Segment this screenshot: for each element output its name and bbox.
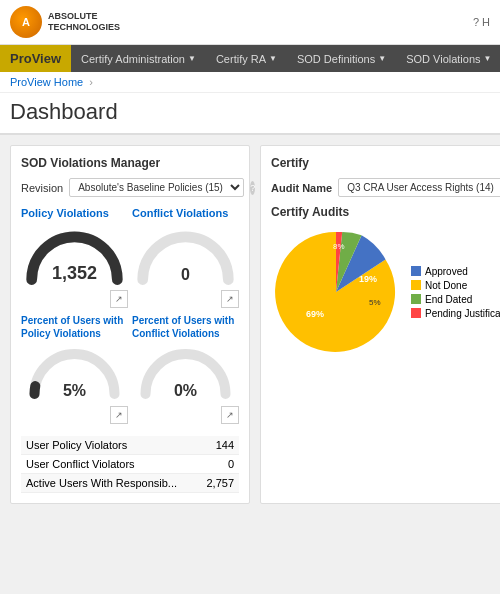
pct-policy-export-button[interactable]: ↗: [110, 406, 128, 424]
approved-color: [411, 266, 421, 276]
table-cell-value: 0: [198, 455, 239, 474]
audit-name-select[interactable]: Q3 CRA User Access Rights (14): [338, 178, 500, 197]
percent-conflict-gauge: 0%: [132, 344, 239, 404]
chevron-down-icon: ▼: [484, 54, 492, 63]
chevron-down-icon: ▼: [269, 54, 277, 63]
percent-policy-label: Percent of Users with Policy Violations: [21, 314, 128, 340]
not-done-color: [411, 280, 421, 290]
breadcrumb: ProView Home ›: [0, 72, 500, 93]
nav-sod-violations[interactable]: SOD Violations ▼: [396, 47, 500, 71]
sod-revision-row: Revision Absolute's Baseline Policies (1…: [21, 178, 239, 197]
conflict-violations-label: Conflict Violations: [132, 207, 239, 219]
certify-export-row: ↗: [271, 365, 500, 383]
chevron-down-icon: ▼: [378, 54, 386, 63]
logo-area: A ABSOLUTE TECHNOLOGIES: [10, 6, 120, 38]
logo-text: ABSOLUTE TECHNOLOGIES: [48, 11, 120, 33]
conflict-count-value: 0: [181, 266, 190, 284]
pie-legend: Approved Not Done End Dated Pending Just…: [411, 266, 500, 319]
nav-certify-admin[interactable]: Certify Administration ▼: [71, 47, 206, 71]
certify-card-title: Certify: [271, 156, 500, 170]
info-icon[interactable]: ?: [250, 181, 255, 195]
policy-export-button[interactable]: ↗: [110, 290, 128, 308]
pie-chart-area: 19% 69% 5% 8% Approved Not Done: [271, 227, 500, 357]
breadcrumb-home[interactable]: ProView Home: [10, 76, 83, 88]
svg-text:69%: 69%: [306, 309, 324, 319]
nav-sod-definitions[interactable]: SOD Definitions ▼: [287, 47, 396, 71]
legend-label-approved: Approved: [425, 266, 468, 277]
percent-conflict-value: 0%: [174, 382, 197, 400]
table-row: User Policy Violators 144: [21, 436, 239, 455]
pending-color: [411, 308, 421, 318]
policy-violations-label: Policy Violations: [21, 207, 128, 219]
audit-name-row: Audit Name Q3 CRA User Access Rights (14…: [271, 178, 500, 197]
navbar: ProView Certify Administration ▼ Certify…: [0, 45, 500, 72]
sod-card-title: SOD Violations Manager: [21, 156, 239, 170]
table-cell-label: Active Users With Responsib...: [21, 474, 198, 493]
nav-certify-ra[interactable]: Certify RA ▼: [206, 47, 287, 71]
conflict-violations-col: Conflict Violations 0 ↗ Percent of Users…: [132, 207, 239, 430]
logo-icon: A: [10, 6, 42, 38]
table-cell-label: User Conflict Violators: [21, 455, 198, 474]
conflict-gauge: 0: [132, 223, 239, 288]
end-dated-color: [411, 294, 421, 304]
svg-text:8%: 8%: [333, 242, 345, 251]
table-row: User Conflict Violators 0: [21, 455, 239, 474]
chevron-down-icon: ▼: [188, 54, 196, 63]
certify-audits-title: Certify Audits: [271, 205, 500, 219]
svg-text:19%: 19%: [359, 274, 377, 284]
main-content: SOD Violations Manager Revision Absolute…: [0, 135, 500, 514]
certify-card: Certify Audit Name Q3 CRA User Access Ri…: [260, 145, 500, 504]
table-row: Active Users With Responsib... 2,757: [21, 474, 239, 493]
percent-conflict-label: Percent of Users with Conflict Violation…: [132, 314, 239, 340]
breadcrumb-separator: ›: [89, 76, 93, 88]
legend-item-not-done: Not Done: [411, 280, 500, 291]
legend-item-pending: Pending Justification: [411, 308, 500, 319]
svg-text:5%: 5%: [369, 298, 381, 307]
help-link[interactable]: ? H: [473, 16, 490, 28]
policy-count-value: 1,352: [52, 263, 97, 284]
conflict-export-button[interactable]: ↗: [221, 290, 239, 308]
table-cell-value: 144: [198, 436, 239, 455]
summary-table: User Policy Violators 144 User Conflict …: [21, 436, 239, 493]
violation-columns: Policy Violations 1,352 ↗ Percent of Use…: [21, 207, 239, 430]
legend-label-end-dated: End Dated: [425, 294, 472, 305]
legend-label-pending: Pending Justification: [425, 308, 500, 319]
sod-violations-card: SOD Violations Manager Revision Absolute…: [10, 145, 250, 504]
legend-item-approved: Approved: [411, 266, 500, 277]
pct-conflict-export-button[interactable]: ↗: [221, 406, 239, 424]
audit-name-label: Audit Name: [271, 182, 332, 194]
page-title: Dashboard: [0, 93, 500, 134]
table-cell-label: User Policy Violators: [21, 436, 198, 455]
table-cell-value: 2,757: [198, 474, 239, 493]
nav-brand[interactable]: ProView: [0, 45, 71, 72]
pie-chart: 19% 69% 5% 8%: [271, 227, 401, 357]
app-header: A ABSOLUTE TECHNOLOGIES ? H: [0, 0, 500, 45]
percent-policy-value: 5%: [63, 382, 86, 400]
legend-item-end-dated: End Dated: [411, 294, 500, 305]
policy-gauge: 1,352: [21, 223, 128, 288]
legend-label-not-done: Not Done: [425, 280, 467, 291]
percent-policy-gauge: 5%: [21, 344, 128, 404]
revision-label: Revision: [21, 182, 63, 194]
policy-violations-col: Policy Violations 1,352 ↗ Percent of Use…: [21, 207, 128, 430]
revision-select[interactable]: Absolute's Baseline Policies (15): [69, 178, 244, 197]
